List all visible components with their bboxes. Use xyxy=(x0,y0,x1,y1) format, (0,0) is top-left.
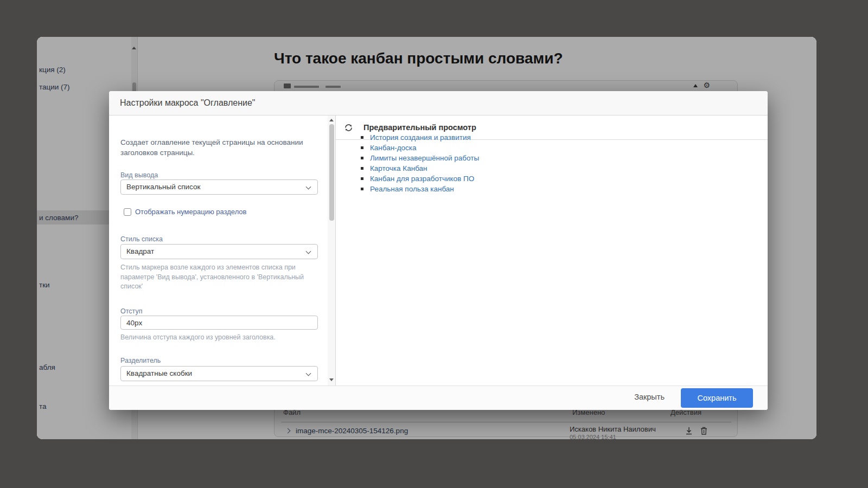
list-item: Канбан для разработчиков ПО xyxy=(361,174,479,184)
list-style-help: Стиль маркера возле каждого из элементов… xyxy=(120,263,320,292)
save-button[interactable]: Сохранить xyxy=(681,388,753,408)
dialog-header: Настройки макроса "Оглавление" xyxy=(109,91,768,115)
toc-link[interactable]: История создания и развития xyxy=(370,133,471,142)
toc-link[interactable]: Лимиты незавершённой работы xyxy=(370,154,479,162)
indent-input[interactable] xyxy=(120,316,318,330)
output-type-value: Вертикальный список xyxy=(126,183,200,191)
numbering-label[interactable]: Отображать нумерацию разделов xyxy=(135,208,247,216)
output-type-label: Вид вывода xyxy=(120,171,158,179)
toc-preview-list: История создания и развития Канбан-доска… xyxy=(361,132,479,194)
chevron-down-icon xyxy=(306,371,311,376)
close-button[interactable]: Закрыть xyxy=(634,393,665,401)
square-bullet-icon xyxy=(361,188,363,190)
refresh-icon[interactable] xyxy=(344,123,353,134)
dialog-body: Создает оглавление текущей страницы на о… xyxy=(109,115,768,386)
separator-label: Разделитель xyxy=(120,357,161,364)
preview-title: Предварительный просмотр xyxy=(363,123,476,132)
list-style-select[interactable]: Квадрат xyxy=(120,244,318,259)
square-bullet-icon xyxy=(361,177,363,180)
dialog-title: Настройки макроса "Оглавление" xyxy=(120,98,256,108)
list-item: Карточка Канбан xyxy=(361,163,479,174)
indent-help: Величина отступа каждого из уровней заго… xyxy=(120,333,320,343)
list-item: Канбан-доска xyxy=(361,143,479,153)
scroll-down-icon[interactable] xyxy=(329,378,334,381)
numbering-checkbox[interactable] xyxy=(124,208,131,216)
list-item: История создания и развития xyxy=(361,132,479,143)
square-bullet-icon xyxy=(361,167,363,170)
square-bullet-icon xyxy=(361,136,363,139)
settings-scrollbar[interactable] xyxy=(328,115,335,386)
chevron-down-icon xyxy=(306,184,311,190)
list-style-value: Квадрат xyxy=(126,247,154,255)
chevron-down-icon xyxy=(306,249,311,254)
settings-scrollbar-thumb[interactable] xyxy=(329,124,334,221)
list-item: Реальная польза канбан xyxy=(361,184,479,194)
square-bullet-icon xyxy=(361,146,363,149)
desktop-backdrop: { "colors": { "accent_blue": "#3b7de2", … xyxy=(0,0,868,488)
dialog-footer: Закрыть Сохранить xyxy=(109,386,768,410)
preview-pane: Предварительный просмотр История создани… xyxy=(335,115,768,386)
square-bullet-icon xyxy=(361,157,363,159)
list-item: Лимиты незавершённой работы xyxy=(361,153,479,163)
scroll-up-icon[interactable] xyxy=(329,119,334,121)
settings-pane: Создает оглавление текущей страницы на о… xyxy=(109,115,328,386)
indent-label: Отступ xyxy=(120,307,142,315)
toc-link[interactable]: Карточка Канбан xyxy=(370,164,427,172)
list-style-label: Стиль списка xyxy=(120,235,163,243)
macro-settings-dialog: Настройки макроса "Оглавление" Создает о… xyxy=(109,91,768,410)
macro-description: Создает оглавление текущей страницы на о… xyxy=(120,137,319,158)
separator-select[interactable]: Квадратные скобки xyxy=(120,366,318,381)
toc-link[interactable]: Канбан-доска xyxy=(370,144,417,152)
output-type-select[interactable]: Вертикальный список xyxy=(120,179,318,195)
toc-link[interactable]: Канбан для разработчиков ПО xyxy=(370,175,474,183)
toc-link[interactable]: Реальная польза канбан xyxy=(370,185,454,193)
separator-value: Квадратные скобки xyxy=(126,369,192,377)
